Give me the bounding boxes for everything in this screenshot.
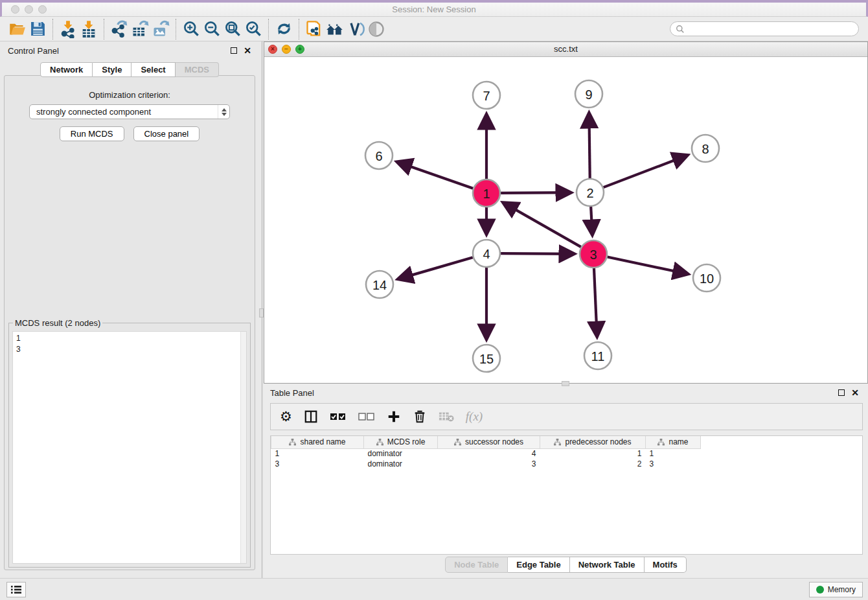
edge-4-3[interactable] xyxy=(501,253,574,254)
zoom-fit-icon[interactable] xyxy=(222,19,243,40)
tab-network-table[interactable]: Network Table xyxy=(570,557,645,573)
table-cell[interactable]: dominator xyxy=(364,459,438,469)
export-table-icon[interactable] xyxy=(130,19,150,40)
deselect-all-icon[interactable] xyxy=(358,412,375,421)
column-header-name[interactable]: name xyxy=(646,436,701,448)
mcds-result-title: MCDS result (2 nodes) xyxy=(13,318,102,328)
edge-3-10[interactable] xyxy=(608,257,688,274)
home-icon[interactable] xyxy=(325,19,345,40)
edge-2-3[interactable] xyxy=(591,207,592,235)
add-column-icon[interactable] xyxy=(387,410,401,424)
tab-edge-table[interactable]: Edge Table xyxy=(508,557,569,573)
tab-style[interactable]: Style xyxy=(93,62,131,77)
node-label-1: 1 xyxy=(483,187,490,201)
table-cell[interactable]: 1 xyxy=(646,448,701,459)
table-settings-icon[interactable]: ⚙ xyxy=(280,409,292,424)
export-network-icon[interactable] xyxy=(109,19,130,40)
delete-column-icon[interactable] xyxy=(413,410,427,424)
main-toolbar xyxy=(0,17,868,41)
criterion-select[interactable]: strongly connected component xyxy=(29,104,230,119)
table-cell[interactable]: 1 xyxy=(271,448,364,459)
edge-1-2[interactable] xyxy=(501,192,571,193)
edge-2-8[interactable] xyxy=(604,156,687,187)
mcds-result-text[interactable]: 13 xyxy=(12,331,247,564)
column-header-MCDS-role[interactable]: MCDS role xyxy=(364,436,438,448)
show-columns-icon[interactable] xyxy=(304,410,318,424)
edge-3-1[interactable] xyxy=(503,203,581,247)
close-panel-button[interactable]: Close panel xyxy=(133,126,200,141)
splitter-grip[interactable] xyxy=(259,308,264,317)
horizontal-splitter-grip[interactable] xyxy=(562,381,569,386)
node-label-10: 10 xyxy=(700,271,714,286)
scrollbar[interactable] xyxy=(240,332,246,563)
eye-icon[interactable] xyxy=(366,19,387,40)
run-mcds-button[interactable]: Run MCDS xyxy=(60,126,124,141)
network-canvas[interactable]: 7968124314101511 xyxy=(264,58,867,383)
float-panel-icon[interactable] xyxy=(838,389,845,396)
column-header-successor-nodes[interactable]: successor nodes xyxy=(438,436,540,448)
table-cell[interactable]: dominator xyxy=(364,448,438,459)
edge-4-14[interactable] xyxy=(398,257,473,279)
window-title: Session: New Session xyxy=(2,5,866,14)
toolbar-separator xyxy=(104,19,104,40)
search-icon xyxy=(676,25,685,34)
table-panel-header: Table Panel ✕ xyxy=(264,384,868,402)
table-row[interactable]: 3dominator323 xyxy=(271,459,701,469)
import-table-icon[interactable] xyxy=(78,19,99,40)
zoom-selected-icon[interactable] xyxy=(243,19,264,40)
mcds-result-line: 1 xyxy=(16,333,243,344)
status-bar: Memory xyxy=(0,578,868,600)
float-panel-icon[interactable] xyxy=(231,47,237,54)
tab-node-table[interactable]: Node Table xyxy=(445,557,508,573)
node-label-9: 9 xyxy=(585,87,592,102)
vertical-splitter[interactable] xyxy=(259,41,264,578)
memory-label: Memory xyxy=(828,585,856,594)
apply-layout-icon[interactable] xyxy=(273,19,294,40)
network-window-titlebar[interactable]: × − + scc.txt xyxy=(264,42,867,57)
tab-motifs[interactable]: Motifs xyxy=(645,557,687,573)
import-network-icon[interactable] xyxy=(58,19,78,40)
table-cell[interactable]: 4 xyxy=(438,448,540,459)
function-builder-icon[interactable]: f(x) xyxy=(466,410,483,424)
optimization-criterion-label: Optimization criterion: xyxy=(5,90,255,100)
main-titlebar: Session: New Session xyxy=(0,3,868,17)
search-input[interactable] xyxy=(670,21,859,36)
save-session-icon[interactable] xyxy=(27,19,48,40)
mcds-result-group: MCDS result (2 nodes) 13 xyxy=(8,318,251,568)
edge-1-6[interactable] xyxy=(397,162,473,189)
close-panel-icon[interactable]: ✕ xyxy=(851,388,859,397)
control-panel: Control Panel ✕ NetworkStyleSelectMCDS O… xyxy=(0,41,259,578)
tab-network[interactable]: Network xyxy=(40,62,93,77)
network-overview-icon[interactable] xyxy=(304,19,325,40)
control-panel-title: Control Panel xyxy=(8,46,59,56)
edge-3-11[interactable] xyxy=(594,268,597,336)
node-label-6: 6 xyxy=(375,149,382,163)
mcds-panel: Optimization criterion: strongly connect… xyxy=(4,75,255,570)
table-cell[interactable]: 3 xyxy=(646,459,701,469)
memory-button[interactable]: Memory xyxy=(809,582,863,597)
criterion-value: strongly connected component xyxy=(36,107,151,117)
task-history-button[interactable] xyxy=(6,582,26,597)
zoom-out-icon[interactable] xyxy=(201,19,222,40)
tab-mcds[interactable]: MCDS xyxy=(176,62,219,77)
column-header-shared-name[interactable]: shared name xyxy=(271,436,364,448)
delete-table-icon[interactable] xyxy=(439,410,454,423)
table-panel: Table Panel ✕ ⚙ f(x) shared nameMCDS rol… xyxy=(264,384,868,578)
open-session-icon[interactable] xyxy=(6,19,27,40)
table-cell[interactable]: 1 xyxy=(540,448,646,459)
table-row[interactable]: 1dominator411 xyxy=(271,448,701,459)
table-cell[interactable]: 3 xyxy=(438,459,540,469)
select-all-icon[interactable] xyxy=(330,412,347,421)
node-label-11: 11 xyxy=(591,349,605,363)
tab-select[interactable]: Select xyxy=(131,62,175,77)
edge-2-9[interactable] xyxy=(589,113,589,178)
vizmapper-icon[interactable] xyxy=(345,19,366,40)
folder-open-icon xyxy=(8,20,26,38)
memory-status-icon xyxy=(816,586,824,594)
table-cell[interactable]: 3 xyxy=(271,459,364,469)
column-header-predecessor-nodes[interactable]: predecessor nodes xyxy=(540,436,646,448)
close-panel-icon[interactable]: ✕ xyxy=(244,46,251,55)
export-image-icon[interactable] xyxy=(150,19,171,40)
zoom-in-icon[interactable] xyxy=(181,19,201,40)
table-cell[interactable]: 2 xyxy=(540,459,646,469)
